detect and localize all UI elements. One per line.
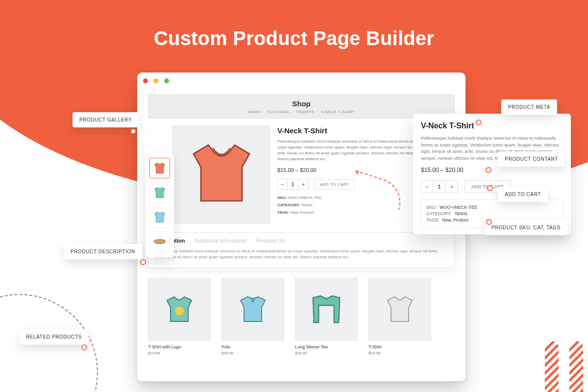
preview-card: V-Neck T-Shirt Pellentesque habitant mor… bbox=[413, 114, 571, 234]
stage: Custom Product Page Builder Shop HOME/ C… bbox=[0, 0, 588, 392]
shop-header: Shop HOME/ CLOTHING/ TSHIRTS/ V-NECK T-S… bbox=[148, 94, 455, 119]
hero-title: Custom Product Page Builder bbox=[0, 27, 588, 49]
shop-title: Shop bbox=[148, 99, 454, 108]
qty-value: 1 bbox=[433, 181, 446, 193]
crumb-current: V-NECK T-SHIRT bbox=[321, 110, 355, 114]
related-name: T-Shirt with Logo bbox=[148, 344, 211, 349]
callout-product-gallery: PRODUCT GALLERY bbox=[73, 112, 139, 127]
callout-product-meta: PRODUCT META bbox=[501, 99, 557, 115]
node-icon bbox=[487, 185, 493, 191]
related-card[interactable]: T-Shirt with Logo $18.00 bbox=[148, 278, 211, 355]
thumb-4[interactable] bbox=[149, 231, 170, 252]
tab-reviews[interactable]: Reviews (0) bbox=[256, 238, 285, 244]
callout-product-contant: PRODUCT CONTANT bbox=[498, 151, 565, 167]
related-card[interactable]: Polo $20.00 bbox=[221, 278, 284, 355]
browser-chrome bbox=[137, 73, 466, 85]
related-name: Polo bbox=[221, 344, 284, 349]
crumb-clothing[interactable]: CLOTHING bbox=[267, 110, 289, 114]
tshirt-icon bbox=[162, 292, 197, 327]
callout-product-description: PRODUCT DESCRIPTION bbox=[64, 244, 142, 259]
svg-point-1 bbox=[175, 306, 184, 315]
node-icon bbox=[486, 167, 491, 173]
qty-decrease-button[interactable]: − bbox=[421, 181, 433, 193]
qty-increase-button[interactable]: + bbox=[298, 179, 308, 189]
related-products: T-Shirt with Logo $18.00 Polo $20.00 Lon… bbox=[148, 278, 455, 355]
crumb-tshirts[interactable]: TSHIRTS bbox=[296, 110, 315, 114]
callout-add-to-cart: ADD TO CART bbox=[498, 187, 548, 202]
related-price: $20.00 bbox=[221, 351, 284, 355]
tab-body: Pellentesque habitant morbi tristique se… bbox=[148, 246, 454, 268]
callout-product-sku: PRODUCT SKU, CAT, TAGS bbox=[485, 220, 567, 235]
product-short-description: Pellentesque habitant morbi tristique se… bbox=[277, 139, 424, 162]
product-main-image[interactable] bbox=[172, 125, 270, 223]
qty-value: 1 bbox=[288, 179, 298, 189]
related-name: T-Shirt bbox=[368, 344, 431, 349]
related-card[interactable]: Long Sleeve Tee $25.00 bbox=[295, 278, 358, 355]
preview-title: V-Neck T-Shirt bbox=[421, 122, 563, 130]
quantity-stepper[interactable]: − 1 + bbox=[277, 179, 309, 190]
crumb-home[interactable]: HOME bbox=[248, 110, 261, 114]
tab-additional-info[interactable]: Additional information bbox=[195, 238, 247, 244]
thumb-1[interactable] bbox=[149, 158, 170, 178]
tshirt-icon bbox=[185, 138, 258, 211]
tshirt-icon bbox=[382, 292, 417, 327]
node-icon bbox=[486, 219, 492, 225]
preview-quantity-stepper[interactable]: − 1 + bbox=[421, 180, 458, 193]
node-icon bbox=[140, 259, 146, 265]
gallery-thumbnails bbox=[146, 154, 174, 258]
tshirt-icon bbox=[307, 290, 345, 328]
add-to-cart-button[interactable]: ADD TO CART bbox=[315, 179, 354, 190]
related-card[interactable]: T-Shirt $18.00 bbox=[368, 278, 431, 355]
related-name: Long Sleeve Tee bbox=[295, 344, 358, 349]
breadcrumb[interactable]: HOME/ CLOTHING/ TSHIRTS/ V-NECK T-SHIRT bbox=[148, 110, 454, 114]
preview-price: $15.00 – $20.00 bbox=[421, 167, 563, 173]
related-price: $18.00 bbox=[148, 351, 211, 355]
svg-point-0 bbox=[154, 239, 166, 244]
callout-related-products: RELATED PRODUCTS bbox=[19, 329, 89, 344]
thumb-3[interactable] bbox=[149, 207, 170, 227]
related-price: $25.00 bbox=[295, 351, 358, 355]
minimize-icon[interactable] bbox=[153, 78, 158, 83]
thumb-2[interactable] bbox=[149, 182, 170, 203]
node-icon bbox=[476, 120, 482, 125]
qty-increase-button[interactable]: + bbox=[446, 181, 458, 193]
qty-decrease-button[interactable]: − bbox=[278, 179, 288, 189]
related-price: $18.00 bbox=[368, 351, 431, 355]
node-icon bbox=[130, 128, 136, 134]
product-tabs: Description Additional information Revie… bbox=[148, 232, 455, 268]
tshirt-icon bbox=[235, 292, 270, 327]
close-icon[interactable] bbox=[143, 78, 148, 83]
product-row: V-Neck T-Shirt Pellentesque habitant mor… bbox=[148, 125, 455, 223]
deco-stripes-right-icon bbox=[534, 341, 588, 392]
node-icon bbox=[81, 344, 87, 350]
maximize-icon[interactable] bbox=[164, 78, 169, 83]
